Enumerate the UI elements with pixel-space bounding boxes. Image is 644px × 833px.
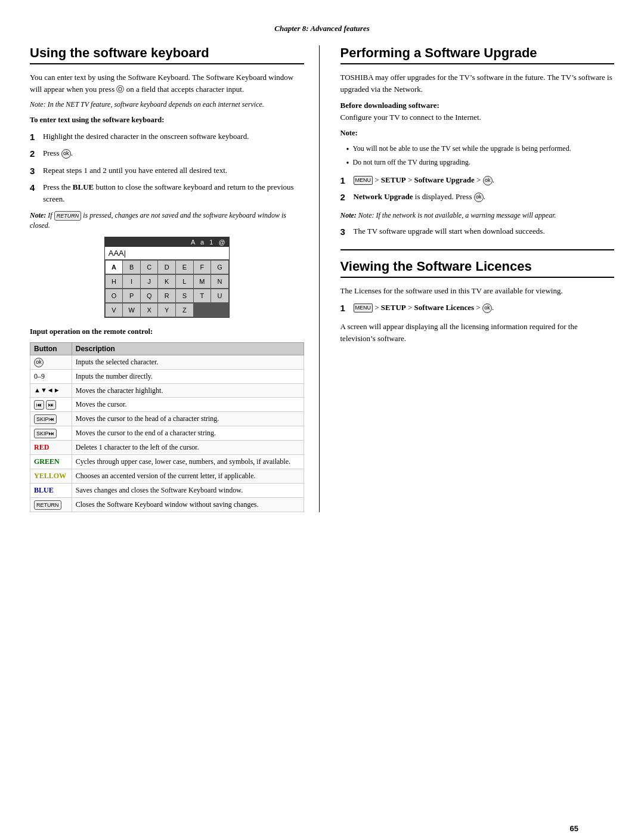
kbd-key-J: J [141, 275, 158, 288]
step-4-text: Press the BLUE button to close the softw… [43, 181, 304, 205]
rew-icon: ⏮ [34, 400, 44, 410]
upgrade-step-1-num: 1 [340, 174, 349, 188]
kbd-key-M: M [194, 275, 211, 288]
licences-step-1-num: 1 [340, 302, 349, 315]
ok-icon-step2: ok [61, 149, 71, 159]
ok-icon-lic: ok [482, 304, 492, 313]
table-row: RETURN Closes the Software Keyboard wind… [30, 497, 304, 512]
kbd-key-V: V [106, 304, 123, 317]
table-row: BLUE Saves changes and closes the Softwa… [30, 483, 304, 497]
kbd-input-row: AAA| [105, 247, 229, 260]
menu-icon-lic: MENU [354, 304, 373, 312]
step-4-num: 4 [30, 181, 38, 205]
kbd-key-blank1 [194, 304, 211, 317]
kbd-key-E: E [176, 261, 193, 274]
section-label: To enter text using the software keyboar… [30, 114, 304, 126]
btn-blue: BLUE [30, 483, 72, 497]
table-row: YELLOW Chooses an accented version of th… [30, 469, 304, 484]
kbd-key-G: G [211, 261, 228, 274]
btn-return: RETURN [30, 497, 72, 512]
col-button: Button [30, 342, 72, 355]
right-column: Performing a Software Upgrade TOSHIBA ma… [338, 45, 615, 349]
kbd-key-U: U [211, 289, 228, 302]
desc-green: Cycles through upper case, lower case, n… [72, 455, 304, 469]
kbd-input-value: AAA| [109, 249, 126, 258]
kbd-key-R: R [158, 289, 175, 302]
upgrade-intro: TOSHIBA may offer upgrades for the TV’s … [340, 72, 615, 95]
note-intro: Note: In the NET TV feature, software ke… [30, 100, 304, 110]
licences-step1-desc: A screen will appear displaying all the … [340, 321, 615, 344]
upgrade-step-3-num: 3 [340, 225, 349, 239]
btn-skip-back: SKIP⏮ [30, 412, 72, 426]
upgrade-step-2: 2 Network Upgrade is displayed. Press ok… [340, 191, 615, 205]
kbd-key-I: I [123, 275, 140, 288]
desc-arrows: Moves the character highlight. [72, 383, 304, 398]
step-2-num: 2 [30, 147, 38, 161]
kbd-key-X: X [141, 304, 158, 317]
skip-fwd-icon: SKIP⏭ [34, 429, 57, 438]
licences-section: Viewing the Software Licences The Licens… [340, 249, 615, 344]
desc-skip-fwd: Moves the cursor to the end of a charact… [72, 426, 304, 441]
kbd-key-Q: Q [141, 289, 158, 302]
menu-icon-1: MENU [354, 176, 373, 185]
btn-yellow: YELLOW [30, 469, 72, 484]
btn-skip-fwd: SKIP⏭ [30, 426, 72, 441]
kbd-key-A: A [106, 261, 123, 274]
kbd-key-T: T [194, 289, 211, 302]
desc-ok: Inputs the selected character. [72, 355, 304, 369]
kbd-key-N: N [211, 275, 228, 288]
note-bullet-1: You will not be able to use the TV set w… [346, 144, 615, 156]
btn-cursor: ⏮ ⏭ [30, 398, 72, 412]
kbd-key-blank2 [211, 304, 228, 317]
note-return: Note: If RETURN is pressed, changes are … [30, 210, 304, 231]
return-btn-icon: RETURN [34, 500, 61, 510]
table-row: SKIP⏮ Moves the cursor to the head of a … [30, 412, 304, 426]
btn-09: 0–9 [30, 369, 72, 383]
table-row: RED Deletes 1 character to the left of t… [30, 441, 304, 455]
upgrade-steps: 1 MENU > SETUP > Software Upgrade > ok. … [340, 174, 615, 205]
kbd-row-3: O P Q R S T U [105, 289, 229, 303]
desc-return: Closes the Software Keyboard window with… [72, 497, 304, 512]
kbd-key-D: D [158, 261, 175, 274]
kbd-key-F: F [194, 261, 211, 274]
ok-btn-icon: ok [34, 358, 44, 367]
kbd-key-L: L [176, 275, 193, 288]
upgrade-section: Performing a Software Upgrade TOSHIBA ma… [340, 45, 615, 239]
table-row: ok Inputs the selected character. [30, 355, 304, 369]
btn-ok: ok [30, 355, 72, 369]
step-1: 1 Highlight the desired character in the… [30, 131, 304, 144]
before-text: Configure your TV to connect to the Inte… [340, 113, 481, 122]
table-row: 0–9 Inputs the number directly. [30, 369, 304, 383]
kbd-header: A a 1 @ [105, 237, 229, 247]
kbd-key-K: K [158, 275, 175, 288]
kbd-key-P: P [123, 289, 140, 302]
step-2: 2 Press ok. [30, 147, 304, 161]
kbd-key-H: H [106, 275, 123, 288]
chapter-header: Chapter 8: Advanced features [30, 24, 614, 33]
btn-green: GREEN [30, 455, 72, 469]
button-table: Button Description ok Inputs the selecte… [30, 342, 304, 512]
before-label-text: Before downloading software: [340, 101, 439, 110]
step-4: 4 Press the BLUE button to close the sof… [30, 181, 304, 205]
note-bullet-1-text: You will not be able to use the TV set w… [352, 144, 571, 156]
kbd-key-W: W [123, 304, 140, 317]
kbd-key-Z: Z [176, 304, 193, 317]
licences-steps: 1 MENU > SETUP > Software Licences > ok. [340, 302, 615, 315]
upgrade-step-1: 1 MENU > SETUP > Software Upgrade > ok. [340, 174, 615, 188]
kbd-key-Y: Y [158, 304, 175, 317]
return-icon: RETURN [54, 211, 82, 221]
col-description: Description [72, 342, 304, 355]
kbd-row-4: V W X Y Z [105, 303, 229, 317]
desc-cursor: Moves the cursor. [72, 398, 304, 412]
licences-step-1: 1 MENU > SETUP > Software Licences > ok. [340, 302, 615, 315]
table-row: GREEN Cycles through upper case, lower c… [30, 455, 304, 469]
upgrade-step-2-num: 2 [340, 191, 349, 205]
table-row: SKIP⏭ Moves the cursor to the end of a c… [30, 426, 304, 441]
keyboard-diagram: A a 1 @ AAA| A B C D E F G H I J [104, 237, 230, 318]
table-row: ⏮ ⏭ Moves the cursor. [30, 398, 304, 412]
kbd-key-B: B [123, 261, 140, 274]
licences-title: Viewing the Software Licences [340, 259, 615, 278]
licences-intro: The Licenses for the software used in th… [340, 285, 615, 297]
kbd-key-S: S [176, 289, 193, 302]
btn-red: RED [30, 441, 72, 455]
